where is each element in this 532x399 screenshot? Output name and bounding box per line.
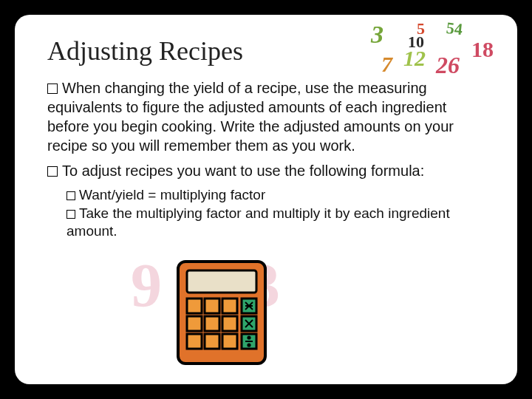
- square-bullet-icon: [47, 166, 58, 177]
- bullet-1: When changing the yield of a recipe, use…: [47, 78, 488, 155]
- sub-bullet-1-text: Want/yield = multiplying factor: [79, 187, 265, 202]
- bullet-2: To adjust recipes you want to use the fo…: [47, 161, 488, 180]
- svg-rect-6: [205, 316, 219, 331]
- svg-rect-8: [187, 334, 202, 349]
- square-bullet-icon: [47, 83, 58, 94]
- svg-point-20: [248, 336, 250, 338]
- svg-rect-10: [222, 334, 237, 349]
- page-title: Adjusting Recipes: [47, 35, 488, 66]
- sub-bullet-2-text: Take the multiplying factor and multiply…: [66, 205, 450, 239]
- svg-rect-3: [205, 299, 219, 313]
- calculator-icon: [174, 257, 270, 368]
- svg-rect-4: [222, 299, 237, 313]
- svg-point-21: [248, 344, 250, 346]
- sub-bullet-2: Take the multiplying factor and multiply…: [66, 205, 488, 241]
- svg-rect-1: [187, 270, 256, 293]
- svg-rect-7: [222, 316, 237, 331]
- bullet-1-text: When changing the yield of a recipe, use…: [47, 80, 454, 154]
- svg-rect-2: [187, 299, 202, 313]
- slide: 3 5 10 54 18 7 12 26 Adjusting Recipes W…: [15, 15, 517, 384]
- square-bullet-icon: [66, 210, 75, 219]
- calculator-illustration: 9 3: [159, 257, 284, 383]
- svg-rect-9: [205, 334, 219, 349]
- svg-rect-5: [187, 316, 202, 331]
- faded-digit-left: 9: [131, 250, 162, 321]
- sub-bullet-1: Want/yield = multiplying factor: [66, 186, 488, 205]
- body-text: When changing the yield of a recipe, use…: [47, 78, 488, 241]
- square-bullet-icon: [66, 191, 75, 200]
- bullet-2-text: To adjust recipes you want to use the fo…: [62, 163, 424, 179]
